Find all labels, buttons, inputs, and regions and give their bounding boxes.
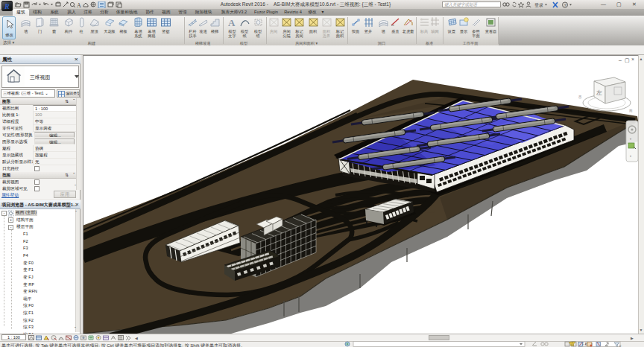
svg-text:修改: 修改 xyxy=(5,33,14,37)
svg-text:▾: ▾ xyxy=(630,137,631,141)
svg-text:A: A xyxy=(228,17,236,28)
svg-text:▢: ▢ xyxy=(625,57,630,63)
svg-text:南: 南 xyxy=(629,109,633,112)
svg-text:×: × xyxy=(631,57,634,62)
svg-text:登录: 登录 xyxy=(534,2,543,8)
svg-text:三维视图: 三维视图 xyxy=(30,74,50,80)
svg-text:0: 0 xyxy=(619,344,622,347)
svg-text:左: 左 xyxy=(596,89,602,96)
svg-text:西: 西 xyxy=(578,95,582,99)
svg-text:▾: ▾ xyxy=(630,154,631,158)
svg-text:A: A xyxy=(77,2,81,9)
svg-text:–: – xyxy=(619,57,622,63)
